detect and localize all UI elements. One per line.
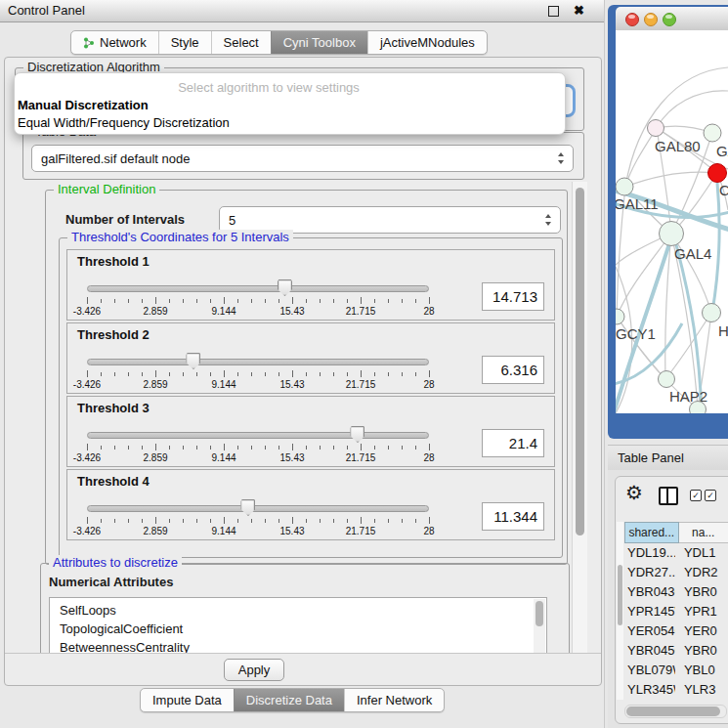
table-vertical-scrollbar[interactable]	[617, 522, 623, 700]
cell-shared-name[interactable]: YIL052C	[624, 700, 675, 702]
threshold-2-value-field[interactable]: 6.316	[482, 356, 544, 384]
checkbox-icon[interactable]: ✓	[705, 490, 716, 501]
slider-handle[interactable]	[240, 499, 255, 516]
algorithm-option-manual-discretization[interactable]: Manual Discretization	[18, 98, 149, 112]
tab-label: jActiveMNodules	[380, 35, 475, 50]
tab-select[interactable]: Select	[211, 31, 271, 54]
column-header-shared-name[interactable]: shared...	[624, 522, 679, 543]
table-data-combobox[interactable]: galFiltered.sif default node	[31, 145, 574, 172]
cell-name[interactable]: YIL0	[675, 700, 728, 702]
table-row[interactable]: YBR043CYBR0	[624, 582, 728, 602]
cell-name[interactable]: YPR1	[675, 602, 728, 621]
network-node[interactable]	[616, 309, 624, 324]
cell-shared-name[interactable]: YDR27...	[624, 563, 675, 582]
tab-label: Cyni Toolbox	[283, 35, 356, 50]
tick-mark	[429, 444, 430, 450]
attributes-scrollbar[interactable]	[534, 599, 545, 654]
threshold-1-slider[interactable]: -3.4262.8599.14415.4321.71528	[87, 279, 429, 319]
scrollbar-thumb[interactable]	[618, 565, 622, 625]
slider-handle[interactable]	[186, 353, 200, 369]
tick-mark	[306, 519, 307, 523]
table-row[interactable]: YER054CYER0	[624, 621, 728, 641]
table-row[interactable]: YDR27...YDR2	[624, 563, 728, 582]
scrollbar-thumb[interactable]	[626, 707, 720, 716]
slider-handle[interactable]	[350, 426, 364, 443]
cell-name[interactable]: YDL1	[675, 543, 728, 563]
column-header-name[interactable]: na...	[679, 522, 728, 543]
apply-button[interactable]: Apply	[224, 659, 284, 681]
cell-name[interactable]: YDR2	[675, 563, 728, 582]
checkbox-icon[interactable]: ✓	[690, 490, 702, 501]
settings-scroll-area: Interval Definition Number of Intervals …	[15, 182, 587, 654]
numerical-attributes-list[interactable]: SelfLoopsTopologicalCoefficientBetweenne…	[49, 597, 547, 654]
table-row[interactable]: YDL19...YDL1	[624, 543, 728, 563]
cell-shared-name[interactable]: YLR345W	[624, 680, 675, 700]
threshold-3-value-field[interactable]: 21.4	[482, 429, 544, 457]
settings-vertical-scrollbar[interactable]	[572, 182, 587, 654]
cell-shared-name[interactable]: YDL19...	[624, 543, 675, 563]
cell-name[interactable]: YBR0	[675, 582, 728, 602]
tab-discretize-data[interactable]: Discretize Data	[234, 689, 344, 711]
minimize-traffic-light[interactable]	[644, 13, 658, 26]
threshold-4-value-field[interactable]: 11.344	[482, 502, 544, 531]
slider-track[interactable]	[87, 505, 429, 512]
cell-shared-name[interactable]: YPR145W	[624, 602, 675, 621]
table-row[interactable]: YBR045CYBR0	[624, 641, 728, 661]
close-icon[interactable]: ✖	[574, 2, 584, 20]
cell-name[interactable]: YBR0	[675, 641, 728, 661]
float-window-icon[interactable]	[548, 6, 559, 17]
tick-mark	[114, 372, 115, 376]
table-row[interactable]: YBL079WYBL0	[624, 661, 728, 680]
tab-cyni-toolbox[interactable]: Cyni Toolbox	[271, 31, 367, 54]
scrollbar-thumb[interactable]	[535, 601, 543, 626]
attribute-list-item[interactable]: TopologicalCoefficient	[50, 620, 546, 638]
slider-handle[interactable]	[278, 279, 292, 296]
cell-shared-name[interactable]: YER054C	[624, 621, 675, 641]
network-edge-highlighted[interactable]	[712, 183, 719, 312]
network-node[interactable]	[648, 120, 664, 137]
cell-name[interactable]: YLR3	[675, 680, 728, 700]
zoom-traffic-light[interactable]	[663, 13, 676, 26]
threshold-4-slider[interactable]: -3.4262.8599.14415.4321.71528	[87, 499, 429, 538]
tab-network[interactable]: Network	[71, 31, 158, 54]
table-horizontal-scrollbar[interactable]	[624, 705, 727, 718]
attribute-list-item[interactable]: BetweennessCentrality	[50, 638, 546, 654]
cell-shared-name[interactable]: YBR045C	[624, 641, 675, 661]
network-node[interactable]	[616, 178, 633, 195]
tick-mark	[210, 299, 211, 303]
network-node[interactable]	[708, 164, 727, 183]
attribute-list-item[interactable]: SelfLoops	[50, 598, 546, 620]
scrollbar-thumb[interactable]	[576, 188, 584, 535]
gear-icon[interactable]: ⚙	[625, 481, 643, 504]
tab-impute-data[interactable]: Impute Data	[141, 689, 234, 711]
table-row[interactable]: YLR345WYLR3	[624, 680, 728, 700]
cell-shared-name[interactable]: YBL079W	[624, 661, 675, 680]
table-panel-titlebar: Table Panel	[608, 445, 728, 471]
cell-name[interactable]: YBL0	[675, 661, 728, 680]
network-node[interactable]	[659, 371, 675, 388]
threshold-1-value-field[interactable]: 14.713	[482, 282, 544, 311]
network-edge[interactable]	[625, 172, 717, 187]
tick-mark	[169, 446, 170, 450]
network-node[interactable]	[703, 304, 721, 322]
table-row[interactable]: YIL052CYIL0	[624, 700, 728, 702]
network-node[interactable]	[704, 124, 721, 142]
table-row[interactable]: YPR145WYPR1	[624, 602, 728, 621]
algorithm-placeholder-option[interactable]: Select algorithm to view settings	[15, 80, 523, 95]
tab-infer-network[interactable]: Infer Network	[344, 689, 444, 711]
algorithm-option-equal-width-frequency[interactable]: Equal Width/Frequency Discretization	[18, 115, 230, 130]
tab-style[interactable]: Style	[158, 31, 211, 54]
network-node[interactable]	[690, 402, 707, 414]
network-canvas[interactable]: GAL80GACGAL11GAL4GCY1HHAP2	[616, 30, 728, 413]
cell-shared-name[interactable]: YBR043C	[624, 582, 675, 602]
slider-track[interactable]	[87, 432, 429, 439]
columns-icon[interactable]	[659, 487, 678, 505]
cell-name[interactable]: YER0	[675, 621, 728, 641]
network-node[interactable]	[660, 222, 684, 246]
threshold-2-slider[interactable]: -3.4262.8599.14415.4321.71528	[87, 353, 429, 392]
threshold-3-slider[interactable]: -3.4262.8599.14415.4321.71528	[87, 426, 429, 465]
slider-track[interactable]	[87, 285, 429, 292]
slider-track[interactable]	[87, 359, 429, 365]
close-traffic-light[interactable]	[625, 13, 639, 26]
tab-jactivemnodules[interactable]: jActiveMNodules	[367, 31, 487, 54]
